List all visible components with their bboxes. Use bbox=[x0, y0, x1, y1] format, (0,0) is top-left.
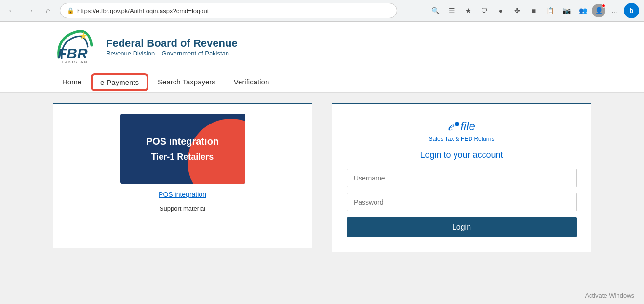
promo-line1: POS integration bbox=[146, 136, 219, 147]
bing-button[interactable]: b bbox=[624, 3, 639, 18]
more-options-icon[interactable]: … bbox=[607, 3, 622, 18]
activate-windows-notice: Activate Windows bbox=[585, 292, 634, 299]
password-input[interactable] bbox=[347, 193, 577, 211]
split-view-icon[interactable]: ■ bbox=[526, 3, 541, 18]
efile-header: 𝑒 file Sales Tax & FED Returns bbox=[347, 119, 577, 142]
efile-dot bbox=[455, 122, 459, 126]
promo-banner: POS integration Tier-1 Retailers bbox=[120, 114, 245, 184]
nav-verification[interactable]: Verification bbox=[225, 72, 278, 92]
share-icon[interactable]: 📷 bbox=[559, 3, 574, 18]
favorites-icon[interactable]: ★ bbox=[461, 3, 475, 18]
efile-logo: 𝑒 file bbox=[448, 119, 475, 134]
extension-icon[interactable]: ✤ bbox=[510, 3, 524, 18]
efile-e-letter: 𝑒 bbox=[448, 119, 454, 134]
efile-subtitle: Sales Tax & FED Returns bbox=[429, 136, 495, 142]
login-form: Login bbox=[347, 169, 577, 237]
shield-icon[interactable]: 🛡 bbox=[477, 3, 492, 18]
svg-text:★: ★ bbox=[80, 31, 88, 41]
promo-text: POS integration Tier-1 Retailers bbox=[146, 136, 219, 162]
org-name: Federal Board of Revenue Revenue Divisio… bbox=[106, 37, 238, 57]
svg-text:FBR: FBR bbox=[58, 45, 88, 61]
browser-toolbar: ← → ⌂ 🔒 https://e.fbr.gov.pk/AuthLogin.a… bbox=[0, 0, 644, 21]
org-sub-name: Revenue Division – Government of Pakista… bbox=[106, 50, 238, 57]
lock-icon: 🔒 bbox=[67, 7, 74, 14]
efile-file-text: file bbox=[460, 120, 475, 133]
page-content: ★ FBR PAKISTAN Federal Board of Revenue … bbox=[0, 22, 644, 304]
nav-home[interactable]: Home bbox=[53, 72, 91, 92]
nav-epayments[interactable]: e-Payments bbox=[92, 74, 148, 90]
main-layout: POS integration Tier-1 Retailers POS int… bbox=[0, 93, 644, 286]
login-card: 𝑒 file Sales Tax & FED Returns Login to … bbox=[332, 103, 591, 252]
browser-icon[interactable]: ● bbox=[494, 3, 508, 18]
search-icon[interactable]: 🔍 bbox=[428, 3, 443, 18]
svg-text:PAKISTAN: PAKISTAN bbox=[62, 60, 88, 63]
forward-button[interactable]: → bbox=[23, 4, 37, 17]
people-icon[interactable]: 👥 bbox=[576, 3, 590, 18]
promo-link[interactable]: POS integration bbox=[159, 191, 206, 198]
site-header: ★ FBR PAKISTAN Federal Board of Revenue … bbox=[0, 22, 644, 72]
promo-support-text: Support material bbox=[160, 205, 205, 212]
login-button[interactable]: Login bbox=[347, 217, 577, 237]
browser-actions: 🔍 ☰ ★ 🛡 ● ✤ ■ 📋 📷 👥 👤 … b bbox=[428, 3, 639, 18]
site-nav: Home e-Payments Search Taxpayers Verific… bbox=[0, 72, 644, 93]
collections-icon[interactable]: 📋 bbox=[543, 3, 557, 18]
url-text: https://e.fbr.gov.pk/AuthLogin.aspx?cmd=… bbox=[77, 7, 390, 14]
nav-search-taxpayers[interactable]: Search Taxpayers bbox=[148, 72, 225, 92]
left-panel: POS integration Tier-1 Retailers POS int… bbox=[53, 93, 322, 286]
home-button[interactable]: ⌂ bbox=[41, 4, 55, 17]
fbr-logo: ★ FBR PAKISTAN bbox=[53, 28, 96, 65]
profile-avatar[interactable]: 👤 bbox=[592, 4, 605, 17]
username-input[interactable] bbox=[347, 169, 577, 187]
address-bar[interactable]: 🔒 https://e.fbr.gov.pk/AuthLogin.aspx?cm… bbox=[60, 3, 397, 18]
org-main-name: Federal Board of Revenue bbox=[106, 37, 238, 50]
promo-line2: Tier-1 Retailers bbox=[146, 152, 219, 162]
logo-svg: ★ FBR PAKISTAN bbox=[53, 28, 96, 63]
back-button[interactable]: ← bbox=[5, 4, 18, 17]
login-title: Login to your account bbox=[347, 150, 577, 160]
browser-chrome: ← → ⌂ 🔒 https://e.fbr.gov.pk/AuthLogin.a… bbox=[0, 0, 644, 22]
right-panel: 𝑒 file Sales Tax & FED Returns Login to … bbox=[322, 93, 591, 286]
read-mode-icon[interactable]: ☰ bbox=[444, 3, 459, 18]
notification-dot bbox=[602, 4, 605, 8]
promo-card: POS integration Tier-1 Retailers POS int… bbox=[53, 103, 312, 248]
